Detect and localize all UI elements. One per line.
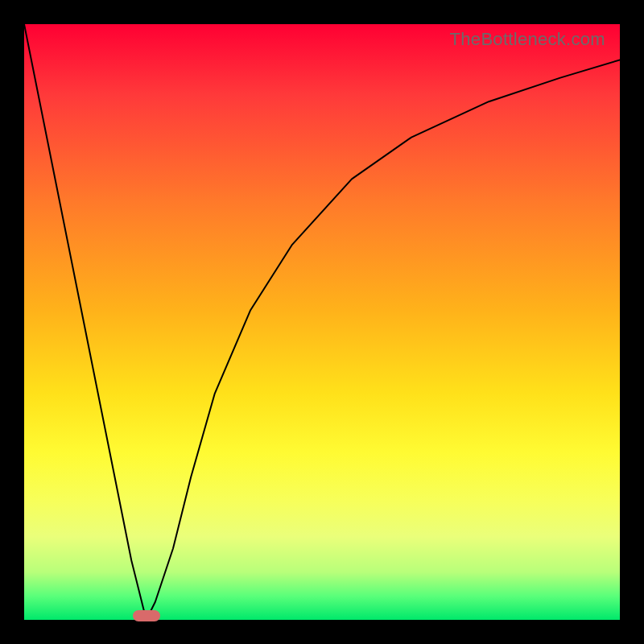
bottleneck-curve [24,24,620,620]
plot-area: TheBottleneck.com [24,24,620,620]
optimal-marker [133,610,160,621]
chart-frame: TheBottleneck.com [0,0,644,644]
